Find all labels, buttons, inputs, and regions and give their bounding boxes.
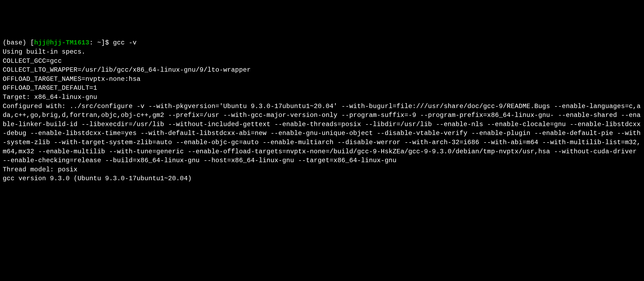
shell-prompt: (base) [hjj@hjj-TM1613: ~]$ gcc -v (3, 39, 137, 46)
typed-command: gcc -v (113, 39, 137, 46)
user-host: hjj@hjj-TM1613 (34, 39, 89, 46)
bracket-open: [ (30, 39, 34, 46)
terminal-area[interactable]: (base) [hjj@hjj-TM1613: ~]$ gcc -v Using… (3, 38, 641, 183)
separator: : (89, 39, 97, 46)
conda-env: (base) (3, 39, 30, 46)
cwd: ~ (97, 39, 101, 46)
command-output: Using built-in specs. COLLECT_GCC=gcc CO… (3, 48, 641, 182)
bracket-close: ]$ (101, 39, 113, 46)
